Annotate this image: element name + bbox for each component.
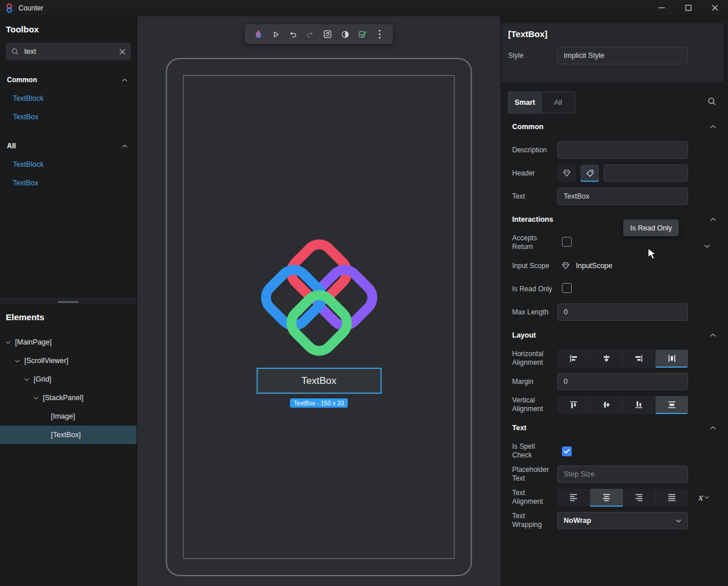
- check-icon: [564, 449, 570, 454]
- text-align-right-button[interactable]: [623, 489, 656, 507]
- toolbox-item-textblock[interactable]: TextBlock: [0, 89, 137, 108]
- redo-icon: [306, 30, 315, 39]
- section-common[interactable]: Common: [501, 115, 728, 138]
- align-top-icon: [568, 400, 579, 410]
- toolbox-item-textblock[interactable]: TextBlock: [0, 155, 137, 174]
- chevron-down-icon[interactable]: [32, 396, 39, 400]
- text-align-left-button[interactable]: [557, 489, 590, 507]
- toolbox-item-textbox[interactable]: TextBox: [0, 108, 137, 126]
- text-align-center-icon: [601, 492, 612, 503]
- hot-design-flame-button[interactable]: [250, 26, 266, 42]
- header-binding-button[interactable]: [557, 164, 576, 182]
- placeholder-text-input[interactable]: [557, 466, 688, 483]
- text-align-center-button[interactable]: [590, 489, 623, 507]
- is-spell-check-checkbox[interactable]: [562, 446, 572, 456]
- chevron-down-icon[interactable]: [5, 340, 12, 345]
- properties-search-button[interactable]: [707, 97, 716, 108]
- tag-icon: [586, 170, 594, 177]
- redo-button[interactable]: [302, 26, 318, 42]
- style-input[interactable]: [557, 47, 688, 64]
- clear-search-icon[interactable]: [119, 49, 126, 55]
- align-center-vertical-icon: [601, 400, 612, 410]
- undo-button[interactable]: [285, 26, 301, 42]
- property-row-text-wrapping: Text Wrapping NoWrap: [501, 509, 728, 532]
- minimize-button[interactable]: [648, 0, 675, 16]
- inspector-tabs: Smart All: [508, 91, 716, 113]
- margin-input[interactable]: [557, 373, 688, 390]
- close-button[interactable]: [701, 0, 728, 16]
- align-center-horizontal-button[interactable]: [590, 350, 623, 368]
- tree-item-stackpanel[interactable]: [StackPanel]: [0, 389, 137, 407]
- tree-item-image[interactable]: [Image]: [0, 407, 137, 426]
- tree-item-textbox[interactable]: [TextBox]: [0, 426, 137, 444]
- chevron-down-icon[interactable]: [704, 240, 711, 251]
- toolbox-title: Toolbox: [0, 16, 137, 36]
- header-tag-button[interactable]: [580, 164, 599, 182]
- chevron-down-icon[interactable]: [23, 378, 30, 382]
- max-length-input[interactable]: [557, 303, 688, 321]
- header-input[interactable]: [604, 164, 688, 182]
- stretch-vertical-button[interactable]: [656, 396, 688, 414]
- tree-item-scrollviewer[interactable]: [ScrollViewer]: [0, 351, 137, 370]
- left-sidebar: Toolbox Common TextBlock TextBox All Tex…: [0, 16, 137, 586]
- play-button[interactable]: [267, 26, 284, 42]
- text-align-right-icon: [634, 492, 644, 503]
- text-alignment-group: [557, 489, 688, 507]
- status-check-icon: [358, 30, 367, 39]
- tree-item-grid[interactable]: [Grid]: [0, 370, 137, 389]
- titlebar: Counter: [0, 0, 728, 16]
- panel-splitter[interactable]: [0, 298, 137, 305]
- align-left-button[interactable]: [557, 350, 590, 368]
- property-row-horizontal-alignment: Horizontal Alignment: [501, 347, 728, 370]
- hot-reload-button[interactable]: [319, 26, 336, 42]
- tab-smart[interactable]: Smart: [508, 91, 542, 113]
- section-text[interactable]: Text: [501, 416, 728, 440]
- design-canvas: TextBox TextBox - 150 x 33: [137, 16, 501, 586]
- text-wrapping-dropdown[interactable]: NoWrap: [557, 512, 688, 529]
- chevron-up-icon[interactable]: [709, 123, 716, 131]
- section-interactions[interactable]: Interactions: [501, 208, 728, 231]
- text-align-justify-button[interactable]: [656, 489, 688, 507]
- toolbox-section-common[interactable]: Common: [0, 71, 137, 89]
- property-row-placeholder-text: Placeholder Text: [501, 463, 728, 486]
- toolbox-empty-area: [0, 192, 137, 298]
- maximize-button[interactable]: [675, 0, 701, 16]
- stretch-horizontal-button[interactable]: [656, 350, 688, 368]
- close-icon: [712, 5, 718, 11]
- align-right-button[interactable]: [623, 350, 656, 368]
- chevron-up-icon[interactable]: [709, 331, 716, 339]
- toolbox-section-all[interactable]: All: [0, 137, 137, 155]
- toolbox-item-textbox[interactable]: TextBox: [0, 174, 137, 192]
- selection-size-badge: TextBox - 150 x 33: [290, 398, 348, 408]
- property-row-is-read-only: Is Read Only: [501, 277, 728, 301]
- theme-half-circle-icon: [341, 30, 350, 39]
- device-frame: TextBox TextBox - 150 x 33: [166, 58, 472, 576]
- chevron-up-icon[interactable]: [709, 215, 716, 224]
- binding-variable-control[interactable]: x: [698, 493, 728, 502]
- chevron-down-icon: [675, 517, 682, 525]
- align-top-button[interactable]: [557, 396, 590, 414]
- accepts-return-checkbox[interactable]: [562, 237, 572, 247]
- hot-reload-icon: [323, 30, 332, 39]
- chevron-up-icon: [122, 76, 128, 84]
- play-icon: [271, 30, 280, 39]
- theme-toggle-button[interactable]: [337, 26, 353, 42]
- text-input[interactable]: [557, 188, 688, 205]
- tab-all[interactable]: All: [542, 91, 575, 113]
- section-layout[interactable]: Layout: [501, 324, 728, 347]
- is-read-only-tooltip: Is Read Only: [623, 219, 679, 236]
- tree-item-mainpage[interactable]: [MainPage]: [0, 333, 137, 351]
- align-center-vertical-button[interactable]: [590, 396, 623, 414]
- description-input[interactable]: [557, 141, 688, 159]
- is-read-only-checkbox[interactable]: [562, 283, 572, 293]
- canvas-textbox-element[interactable]: TextBox: [256, 368, 381, 394]
- app-logo: [252, 232, 385, 368]
- status-check-button[interactable]: [354, 26, 370, 42]
- chevron-down-icon[interactable]: [14, 359, 21, 363]
- align-bottom-button[interactable]: [623, 396, 656, 414]
- more-options-button[interactable]: [372, 26, 388, 42]
- input-scope-value[interactable]: InputScope: [557, 262, 688, 270]
- search-input[interactable]: [24, 47, 114, 56]
- align-left-icon: [568, 353, 579, 364]
- chevron-up-icon[interactable]: [709, 424, 716, 432]
